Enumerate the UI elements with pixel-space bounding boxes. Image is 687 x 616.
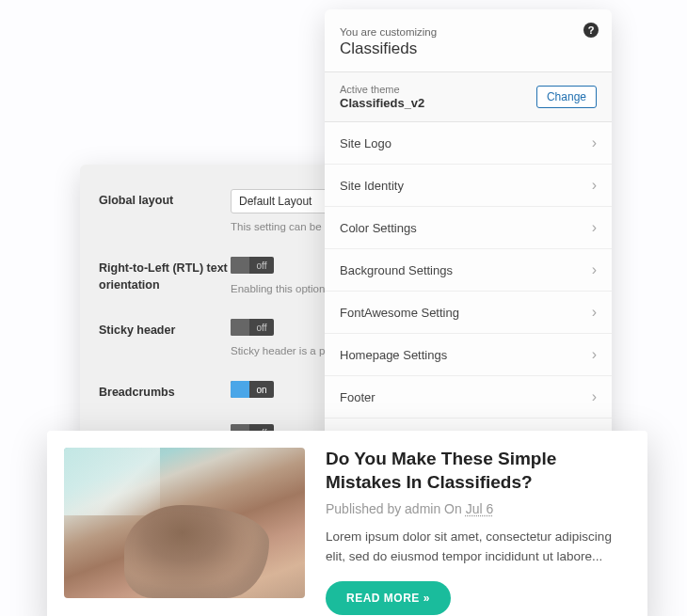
blog-date[interactable]: Jul 6 (466, 501, 494, 516)
read-more-button[interactable]: READ MORE » (326, 581, 451, 615)
chevron-right-icon: › (592, 177, 597, 194)
toggle-knob (231, 381, 249, 398)
customizer-menu-item[interactable]: Site Logo› (325, 122, 612, 165)
customizer-header: You are customizing Classifieds ? (325, 9, 612, 72)
toggle-text: off (249, 261, 274, 271)
on-label: On (444, 501, 462, 516)
customizer-title: Classifieds (340, 39, 597, 58)
blog-body: Do You Make These Simple Mistakes In Cla… (326, 448, 631, 615)
toggle-text: on (249, 385, 274, 395)
customizer-item-label: Homepage Settings (340, 348, 447, 362)
toggle-switch[interactable]: off (231, 319, 274, 336)
blog-meta: Published by admin On Jul 6 (326, 501, 631, 516)
customizer-item-label: Footer (340, 390, 375, 404)
toggle-switch[interactable]: on (231, 381, 274, 398)
customizer-menu-item[interactable]: FontAwesome Setting› (325, 292, 612, 334)
active-theme-row: Active theme Classifieds_v2 Change (325, 72, 612, 122)
toggle-switch[interactable]: off (231, 257, 274, 274)
chevron-right-icon: › (592, 388, 597, 405)
blog-title: Do You Make These Simple Mistakes In Cla… (326, 448, 631, 494)
blog-author[interactable]: admin (405, 501, 440, 516)
published-by-label: Published by (326, 501, 401, 516)
customizer-subtitle: You are customizing (340, 26, 597, 38)
customizer-menu-item[interactable]: Footer› (325, 376, 612, 419)
blog-featured-image (64, 448, 305, 598)
toggle-knob (231, 257, 249, 274)
chevron-right-icon: › (592, 261, 597, 278)
customizer-item-label: Site Identity (340, 179, 404, 193)
chevron-right-icon: › (592, 304, 597, 321)
help-icon[interactable]: ? (583, 23, 599, 38)
customizer-item-label: Site Logo (340, 136, 391, 150)
chevron-right-icon: › (592, 219, 597, 236)
settings-row-label: Right-to-Left (RTL) text orientation (99, 257, 231, 293)
blog-excerpt: Lorem ipsum dolor sit amet, consectetur … (326, 528, 631, 566)
customizer-item-label: Background Settings (340, 263, 453, 277)
toggle-text: off (249, 323, 274, 333)
settings-row-label: Sticky header (99, 319, 231, 340)
chevron-right-icon: › (592, 134, 597, 151)
customizer-menu-item[interactable]: Background Settings› (325, 249, 612, 292)
settings-row-label: Global layout (99, 189, 231, 210)
active-theme-label: Active theme (340, 84, 424, 95)
toggle-knob (231, 319, 249, 336)
customizer-item-label: Color Settings (340, 221, 417, 235)
customizer-menu-item[interactable]: Site Identity› (325, 165, 612, 207)
customizer-item-label: FontAwesome Setting (340, 306, 459, 320)
settings-row-label: Breadcrumbs (99, 381, 231, 402)
change-theme-button[interactable]: Change (536, 86, 597, 108)
chevron-right-icon: › (592, 346, 597, 363)
customizer-menu-item[interactable]: Homepage Settings› (325, 334, 612, 376)
customizer-menu-item[interactable]: Color Settings› (325, 207, 612, 249)
customizer-panel: You are customizing Classifieds ? Active… (325, 9, 612, 503)
active-theme-name: Classifieds_v2 (340, 96, 424, 110)
blog-card: Do You Make These Simple Mistakes In Cla… (47, 431, 647, 616)
